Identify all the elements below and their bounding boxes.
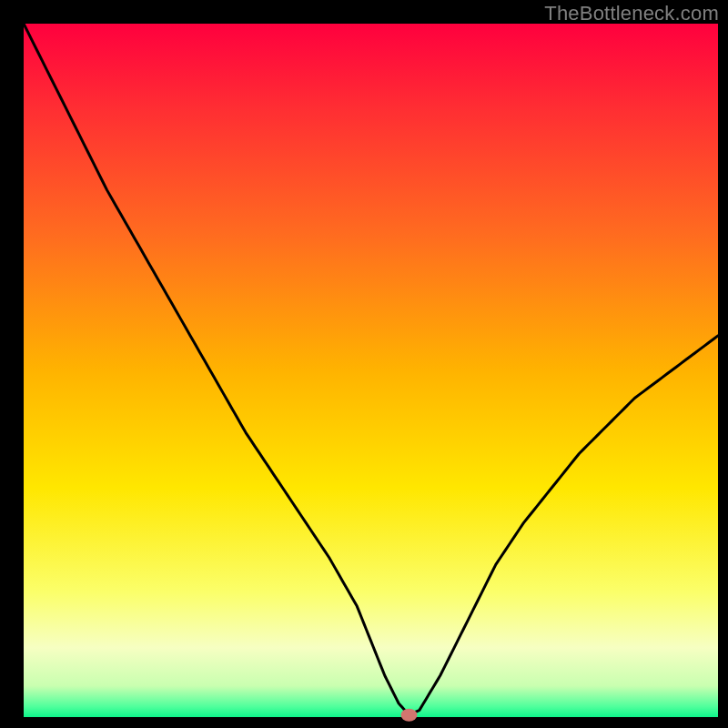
- plot-background: [24, 24, 718, 717]
- bottleneck-chart: [0, 0, 728, 728]
- chart-frame: TheBottleneck.com: [0, 0, 728, 728]
- optimum-marker: [400, 709, 417, 722]
